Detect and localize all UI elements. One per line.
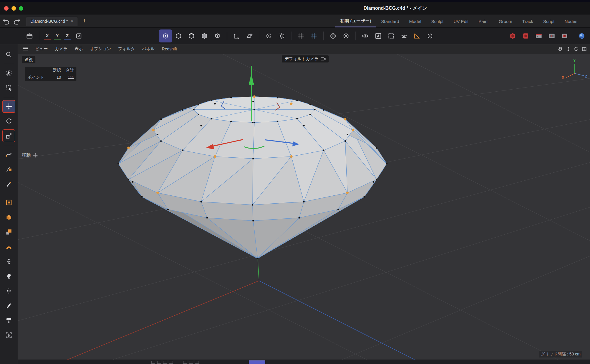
scale-tool[interactable]	[2, 129, 15, 142]
lock-y-axis-button[interactable]: Y	[52, 32, 62, 40]
sculpt-pen-tool[interactable]	[2, 177, 15, 190]
scene-3d[interactable]	[18, 54, 590, 360]
timeline-keyframe[interactable]	[183, 361, 187, 364]
menu-redshift[interactable]: Redshift	[158, 47, 181, 51]
move-tool[interactable]	[2, 100, 15, 113]
use-point-mode-icon[interactable]	[172, 29, 185, 42]
timeline-keyframe[interactable]	[169, 361, 173, 364]
timeline-strip[interactable]	[18, 360, 590, 364]
pose-tool[interactable]	[2, 329, 15, 342]
interactive-render-icon[interactable]	[558, 29, 571, 42]
menu-view[interactable]: ビュー	[32, 46, 51, 52]
viewport-settings-gear-icon[interactable]	[424, 29, 437, 42]
redo-button[interactable]	[12, 17, 21, 25]
character-tool[interactable]	[2, 255, 15, 268]
rotate-tool[interactable]	[2, 115, 15, 128]
isoline-edit-icon[interactable]	[398, 29, 411, 42]
array-generator-tool[interactable]	[2, 225, 15, 238]
layout-tab-model[interactable]: Model	[404, 19, 426, 27]
timeline-keyframe[interactable]	[151, 361, 155, 364]
close-window-button[interactable]	[4, 6, 9, 11]
layout-tab-uvedit[interactable]: UV Edit	[448, 19, 473, 27]
paint-roller-tool[interactable]	[2, 314, 15, 327]
live-selection-tool[interactable]	[2, 67, 15, 80]
orientation-axis-gizmo[interactable]: Y X Z	[559, 56, 588, 80]
layout-tab-nodes[interactable]: Nodes	[560, 19, 582, 27]
cube-icon	[5, 213, 13, 221]
close-tab-icon[interactable]: ×	[71, 19, 73, 24]
layout-tab-script[interactable]: Script	[538, 19, 559, 27]
dolly-icon[interactable]	[566, 46, 571, 52]
rectangle-spline-tool[interactable]	[2, 196, 15, 209]
timeline-keyframe[interactable]	[195, 361, 199, 364]
use-polygon-mode-icon[interactable]	[198, 29, 211, 42]
knife-icon	[5, 302, 13, 309]
use-edge-mode-icon[interactable]	[185, 29, 198, 42]
menu-panel[interactable]: パネル	[139, 46, 158, 52]
polygon-pen-icon	[5, 165, 13, 173]
coordinate-system-icon[interactable]	[72, 29, 85, 42]
floor-object-tool[interactable]	[2, 240, 15, 253]
modeling-settings-icon[interactable]	[275, 29, 288, 42]
annotations-icon[interactable]	[372, 29, 385, 42]
undo-icon	[2, 17, 11, 25]
timeline-keyframe[interactable]	[163, 361, 167, 364]
rectangle-selection-tool[interactable]	[2, 81, 15, 94]
layout-tab-track[interactable]: Track	[517, 19, 538, 27]
menu-options[interactable]: オプション	[86, 46, 115, 52]
reset-psr-icon[interactable]	[262, 29, 275, 42]
timeline-range-block[interactable]	[249, 360, 265, 364]
layout-tab-initial[interactable]: 初期 (ユーザー)	[335, 18, 376, 27]
layout-tab-standard[interactable]: Standard	[376, 19, 404, 27]
material-ball-icon[interactable]	[575, 29, 588, 42]
spline-pen-icon	[5, 151, 13, 158]
menu-display[interactable]: 表示	[71, 46, 86, 52]
view-type-label[interactable]: 透視	[22, 56, 35, 63]
spline-pen-tool[interactable]	[2, 148, 15, 161]
zoom-window-button[interactable]	[19, 6, 23, 11]
lock-z-axis-button[interactable]: Z	[62, 32, 72, 40]
minimize-window-button[interactable]	[12, 6, 16, 11]
menu-filter[interactable]: フィルタ	[114, 46, 138, 52]
document-tab[interactable]: Diamond-BCG.c4d * ×	[26, 16, 78, 26]
snap-radial-icon[interactable]	[327, 29, 340, 42]
use-object-axis-icon[interactable]	[211, 29, 224, 42]
viewport-menu-button[interactable]	[18, 47, 32, 52]
knife-tool[interactable]	[2, 299, 15, 312]
enable-axis-icon[interactable]	[230, 29, 243, 42]
grid-snap-icon[interactable]	[294, 29, 307, 42]
timeline-keyframe[interactable]	[157, 361, 161, 364]
measure-icon[interactable]	[411, 29, 424, 42]
timeline-keyframe[interactable]	[189, 361, 193, 364]
new-tab-button[interactable]: +	[83, 18, 86, 24]
select-through-icon[interactable]	[385, 29, 398, 42]
render-to-pv-icon[interactable]	[532, 29, 545, 42]
symmetry-tool[interactable]	[2, 284, 15, 297]
quantize-grid-icon[interactable]	[307, 29, 320, 42]
workplane-icon[interactable]	[243, 29, 256, 42]
lock-x-axis-button[interactable]: X	[42, 32, 52, 40]
use-model-mode-icon[interactable]	[159, 29, 172, 42]
snap-settings-icon[interactable]	[340, 29, 353, 42]
cube-primitive-tool[interactable]	[2, 211, 15, 224]
orbit-icon[interactable]	[573, 46, 579, 52]
viewport-canvas[interactable]: 透視 選択 合計 ポイント 10 111 デフォルトカメラ 移動	[18, 54, 590, 360]
app-window: Diamond-BCG.c4d * - メイン Diamond-BCG.c4d …	[0, 0, 590, 364]
render-queue-icon[interactable]	[545, 29, 558, 42]
box-icon[interactable]	[23, 29, 36, 42]
polygon-pen-tool[interactable]	[2, 163, 15, 176]
redshift-renderview-icon[interactable]	[506, 29, 519, 42]
pan-hand-icon[interactable]	[558, 46, 563, 52]
solo-icon[interactable]	[359, 29, 372, 42]
menu-camera[interactable]: カメラ	[51, 46, 71, 52]
layout-tab-paint[interactable]: Paint	[473, 19, 494, 27]
search-tool[interactable]	[2, 48, 15, 61]
camera-label[interactable]: デフォルトカメラ	[282, 55, 329, 62]
toggle-views-icon[interactable]	[581, 46, 587, 52]
render-settings-icon[interactable]	[519, 29, 532, 42]
layout-tab-groom[interactable]: Groom	[494, 19, 517, 27]
undo-button[interactable]	[2, 17, 11, 25]
layout-tab-sculpt[interactable]: Sculpt	[426, 19, 449, 27]
window-title: Diamond-BCG.c4d * - メイン	[363, 5, 427, 11]
brush-tool[interactable]	[2, 270, 15, 283]
